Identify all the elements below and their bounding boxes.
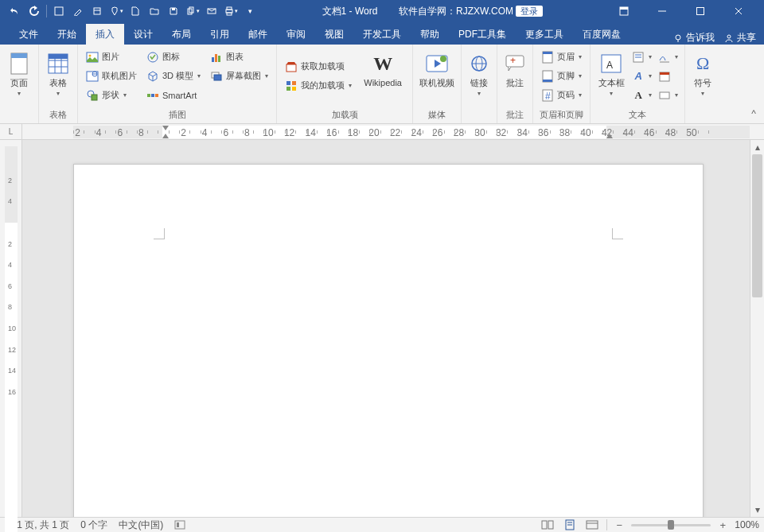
macro-status-icon[interactable] (174, 520, 185, 530)
tab-insert[interactable]: 插入 (86, 24, 124, 45)
footer-button[interactable]: 页脚▾ (538, 67, 585, 85)
ribbon-tabs: 文件 开始 插入 设计 布局 引用 邮件 审阅 视图 开发工具 帮助 PDF工具… (0, 22, 764, 45)
maximize-icon[interactable] (683, 0, 718, 22)
tab-mailings[interactable]: 邮件 (239, 24, 277, 45)
open-icon[interactable] (146, 2, 163, 20)
object-icon (658, 89, 671, 102)
share-button[interactable]: 共享 (724, 31, 756, 45)
tab-file[interactable]: 文件 (10, 24, 48, 45)
tab-review[interactable]: 审阅 (277, 24, 315, 45)
cover-page-button[interactable]: 页面▾ (3, 48, 35, 105)
textbox-button[interactable]: A 文本框▾ (594, 48, 629, 105)
vertical-scrollbar[interactable]: ▴ ▾ (750, 140, 764, 517)
scroll-thumb[interactable] (752, 154, 762, 297)
page-number-button[interactable]: #页码▾ (538, 86, 585, 104)
email-icon[interactable] (203, 2, 220, 20)
signature-icon (658, 51, 671, 64)
ruler-h-track[interactable]: 8642246810121416182022242628303234363840… (73, 126, 750, 138)
ribbon: 页面▾ 表格▾ 表格 图片 联机图片 形状▾ 图标 3D 模型▾ SmartAr… (0, 45, 764, 124)
word-count[interactable]: 0 个字 (80, 518, 107, 532)
qat-customize-icon[interactable]: ▾ (241, 2, 259, 20)
my-addins-button[interactable]: 我的加载项▾ (282, 76, 355, 95)
group-tables: 表格▾ 表格 (39, 45, 78, 123)
online-video-button[interactable]: 联机视频 (416, 48, 458, 105)
login-button[interactable]: 登录 (516, 6, 543, 17)
tab-devtools[interactable]: 开发工具 (353, 24, 411, 45)
icons-button[interactable]: 图标 (143, 48, 204, 66)
zoom-thumb[interactable] (668, 520, 674, 530)
svg-rect-20 (11, 53, 27, 58)
web-layout-icon[interactable] (584, 518, 600, 531)
tab-layout[interactable]: 布局 (162, 24, 201, 45)
tab-baidu[interactable]: 百度网盘 (573, 24, 630, 45)
tab-help[interactable]: 帮助 (411, 24, 449, 45)
new-doc-icon[interactable] (127, 2, 144, 20)
right-indent-icon[interactable] (606, 134, 613, 138)
page-icon (6, 51, 32, 76)
chart-button[interactable]: 图表 (207, 48, 271, 66)
signature-button[interactable]: ▾ (657, 48, 680, 66)
qat-icon-3[interactable] (88, 2, 106, 20)
ribbon-options-icon[interactable] (606, 0, 641, 22)
zoom-level[interactable]: 100% (735, 519, 759, 530)
scroll-down-icon[interactable]: ▾ (750, 503, 764, 517)
tab-view[interactable]: 视图 (315, 24, 353, 45)
tell-me-button[interactable]: 告诉我 (673, 31, 715, 45)
tab-home[interactable]: 开始 (48, 24, 86, 45)
online-pictures-button[interactable]: 联机图片 (83, 67, 140, 85)
print-layout-icon[interactable] (562, 518, 578, 531)
pictures-button[interactable]: 图片 (83, 48, 140, 66)
zoom-slider[interactable] (631, 524, 711, 526)
scroll-up-icon[interactable]: ▴ (750, 140, 764, 154)
undo-icon[interactable] (6, 2, 24, 20)
datetime-button[interactable] (657, 67, 680, 85)
workspace: 42246810121416 ▴ ▾ (0, 140, 764, 517)
svg-rect-13 (697, 8, 704, 15)
wordart-icon: A (632, 70, 645, 83)
redo-icon[interactable] (25, 2, 43, 20)
close-icon[interactable] (721, 0, 756, 22)
table-button[interactable]: 表格▾ (42, 48, 74, 105)
comment-button[interactable]: + 批注 (501, 48, 529, 105)
qat-icon-1[interactable] (50, 2, 68, 20)
tab-references[interactable]: 引用 (201, 24, 239, 45)
read-mode-icon[interactable] (540, 518, 555, 531)
symbol-button[interactable]: Ω 符号▾ (688, 48, 717, 105)
hanging-indent-icon[interactable] (162, 134, 169, 138)
tab-pdf[interactable]: PDF工具集 (449, 24, 516, 45)
wikipedia-button[interactable]: W Wikipedia (357, 48, 409, 105)
zoom-in-button[interactable]: + (717, 519, 728, 530)
smartart-button[interactable]: SmartArt (143, 86, 204, 104)
tab-design[interactable]: 设计 (124, 24, 162, 45)
qat-icon-4[interactable]: ▾ (107, 2, 125, 20)
qat-icon-8[interactable]: ▾ (184, 2, 201, 20)
print-icon[interactable]: ▾ (222, 2, 240, 20)
link-button[interactable]: 链接▾ (465, 48, 493, 105)
collapse-ribbon-icon[interactable]: ^ (746, 107, 761, 120)
table-icon (45, 51, 71, 76)
tab-selector[interactable]: L (0, 124, 22, 140)
shapes-button[interactable]: 形状▾ (83, 86, 140, 104)
drop-cap-button[interactable]: A▾ (630, 86, 653, 104)
quick-parts-button[interactable]: ▾ (630, 48, 653, 66)
zoom-out-button[interactable]: − (614, 519, 625, 530)
get-addins-button[interactable]: 获取加载项 (282, 57, 355, 76)
tab-more[interactable]: 更多工具 (516, 24, 573, 45)
object-button[interactable]: ▾ (657, 86, 680, 104)
first-line-indent-icon[interactable] (162, 126, 169, 130)
svg-text:#: # (545, 91, 551, 102)
svg-rect-44 (286, 81, 290, 85)
3d-models-button[interactable]: 3D 模型▾ (143, 67, 204, 85)
screenshot-button[interactable]: 屏幕截图▾ (207, 67, 271, 85)
page[interactable] (73, 164, 704, 517)
header-button[interactable]: 页眉▾ (538, 48, 585, 66)
save-icon[interactable] (165, 2, 182, 20)
minimize-icon[interactable] (645, 0, 680, 22)
ruler-v-track[interactable]: 42246810121416 (5, 146, 18, 517)
language-status[interactable]: 中文(中国) (119, 518, 163, 532)
svg-rect-0 (55, 7, 63, 15)
svg-rect-73 (548, 521, 553, 529)
wordart-button[interactable]: A▾ (630, 67, 653, 85)
document-area[interactable] (22, 140, 750, 517)
qat-icon-2[interactable] (69, 2, 87, 20)
